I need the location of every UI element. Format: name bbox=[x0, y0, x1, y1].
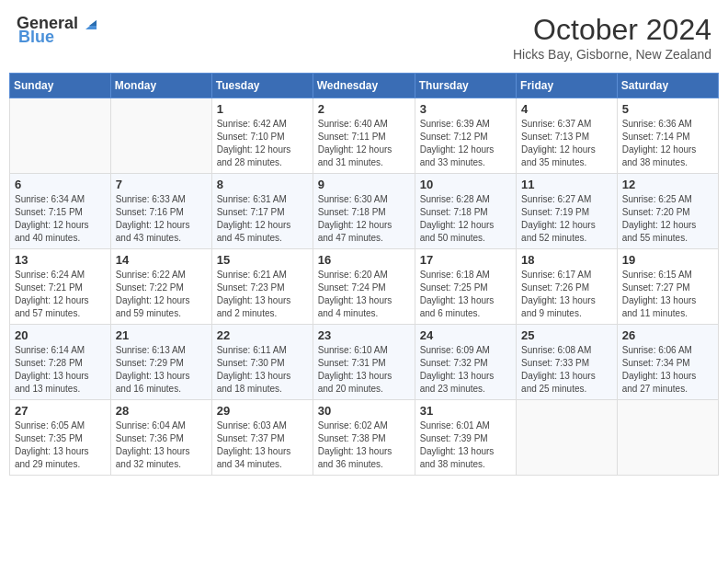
calendar-week-row: 13Sunrise: 6:24 AMSunset: 7:21 PMDayligh… bbox=[10, 249, 719, 325]
day-number: 3 bbox=[420, 102, 511, 116]
day-info: Sunrise: 6:01 AMSunset: 7:39 PMDaylight:… bbox=[420, 419, 511, 471]
title-area: October 2024 Hicks Bay, Gisborne, New Ze… bbox=[513, 13, 711, 62]
calendar-cell: 10Sunrise: 6:28 AMSunset: 7:18 PMDayligh… bbox=[415, 174, 516, 249]
calendar-week-row: 27Sunrise: 6:05 AMSunset: 7:35 PMDayligh… bbox=[10, 400, 719, 476]
calendar-cell: 17Sunrise: 6:18 AMSunset: 7:25 PMDayligh… bbox=[415, 249, 516, 325]
day-info: Sunrise: 6:22 AMSunset: 7:22 PMDaylight:… bbox=[116, 269, 207, 320]
calendar-week-row: 6Sunrise: 6:34 AMSunset: 7:15 PMDaylight… bbox=[10, 174, 719, 249]
day-info: Sunrise: 6:17 AMSunset: 7:26 PMDaylight:… bbox=[521, 269, 612, 320]
calendar-cell: 31Sunrise: 6:01 AMSunset: 7:39 PMDayligh… bbox=[415, 400, 516, 476]
day-info: Sunrise: 6:13 AMSunset: 7:29 PMDaylight:… bbox=[116, 344, 207, 396]
day-info: Sunrise: 6:09 AMSunset: 7:32 PMDaylight:… bbox=[420, 344, 511, 396]
day-info: Sunrise: 6:14 AMSunset: 7:28 PMDaylight:… bbox=[15, 344, 106, 396]
day-number: 31 bbox=[420, 404, 511, 418]
calendar-cell: 26Sunrise: 6:06 AMSunset: 7:34 PMDayligh… bbox=[617, 325, 718, 400]
calendar-cell: 3Sunrise: 6:39 AMSunset: 7:12 PMDaylight… bbox=[415, 98, 516, 174]
day-info: Sunrise: 6:42 AMSunset: 7:10 PMDaylight:… bbox=[217, 118, 308, 169]
calendar-subtitle: Hicks Bay, Gisborne, New Zealand bbox=[513, 47, 711, 62]
day-info: Sunrise: 6:15 AMSunset: 7:27 PMDaylight:… bbox=[622, 269, 713, 320]
calendar-cell: 23Sunrise: 6:10 AMSunset: 7:31 PMDayligh… bbox=[313, 325, 415, 400]
calendar-cell: 24Sunrise: 6:09 AMSunset: 7:32 PMDayligh… bbox=[415, 325, 516, 400]
calendar-cell: 30Sunrise: 6:02 AMSunset: 7:38 PMDayligh… bbox=[313, 400, 415, 476]
day-number: 6 bbox=[15, 178, 106, 191]
day-number: 19 bbox=[622, 253, 713, 267]
calendar-cell: 11Sunrise: 6:27 AMSunset: 7:19 PMDayligh… bbox=[517, 174, 618, 249]
day-number: 14 bbox=[116, 253, 207, 267]
day-number: 30 bbox=[318, 404, 410, 418]
day-info: Sunrise: 6:27 AMSunset: 7:19 PMDaylight:… bbox=[521, 193, 612, 245]
day-info: Sunrise: 6:10 AMSunset: 7:31 PMDaylight:… bbox=[318, 344, 410, 396]
logo-blue-text: Blue bbox=[18, 28, 54, 47]
day-number: 23 bbox=[318, 328, 410, 342]
day-info: Sunrise: 6:34 AMSunset: 7:15 PMDaylight:… bbox=[15, 193, 106, 245]
day-number: 10 bbox=[420, 178, 511, 191]
day-number: 29 bbox=[217, 404, 308, 418]
calendar-week-row: 20Sunrise: 6:14 AMSunset: 7:28 PMDayligh… bbox=[10, 325, 719, 400]
calendar-cell: 22Sunrise: 6:11 AMSunset: 7:30 PMDayligh… bbox=[211, 325, 313, 400]
calendar-cell: 28Sunrise: 6:04 AMSunset: 7:36 PMDayligh… bbox=[110, 400, 211, 476]
calendar-cell: 6Sunrise: 6:34 AMSunset: 7:15 PMDaylight… bbox=[10, 174, 111, 249]
calendar-cell bbox=[617, 400, 718, 476]
column-header-friday: Friday bbox=[517, 74, 618, 98]
day-info: Sunrise: 6:03 AMSunset: 7:37 PMDaylight:… bbox=[217, 419, 308, 471]
day-number: 17 bbox=[420, 253, 511, 267]
day-number: 27 bbox=[15, 404, 106, 418]
day-info: Sunrise: 6:40 AMSunset: 7:11 PMDaylight:… bbox=[318, 118, 410, 169]
calendar-title: October 2024 bbox=[513, 13, 711, 47]
logo-icon bbox=[80, 13, 100, 33]
day-number: 28 bbox=[116, 404, 207, 418]
calendar-cell: 21Sunrise: 6:13 AMSunset: 7:29 PMDayligh… bbox=[110, 325, 211, 400]
calendar-cell: 25Sunrise: 6:08 AMSunset: 7:33 PMDayligh… bbox=[517, 325, 618, 400]
calendar-cell: 2Sunrise: 6:40 AMSunset: 7:11 PMDaylight… bbox=[313, 98, 415, 174]
day-info: Sunrise: 6:28 AMSunset: 7:18 PMDaylight:… bbox=[420, 193, 511, 245]
calendar-cell: 13Sunrise: 6:24 AMSunset: 7:21 PMDayligh… bbox=[10, 249, 111, 325]
column-header-thursday: Thursday bbox=[415, 74, 516, 98]
day-number: 12 bbox=[622, 178, 713, 191]
calendar-cell: 9Sunrise: 6:30 AMSunset: 7:18 PMDaylight… bbox=[313, 174, 415, 249]
column-header-monday: Monday bbox=[110, 74, 211, 98]
day-number: 5 bbox=[622, 102, 713, 116]
day-info: Sunrise: 6:11 AMSunset: 7:30 PMDaylight:… bbox=[217, 344, 308, 396]
day-info: Sunrise: 6:04 AMSunset: 7:36 PMDaylight:… bbox=[116, 419, 207, 471]
day-number: 4 bbox=[521, 102, 612, 116]
calendar-cell: 29Sunrise: 6:03 AMSunset: 7:37 PMDayligh… bbox=[211, 400, 313, 476]
day-info: Sunrise: 6:06 AMSunset: 7:34 PMDaylight:… bbox=[622, 344, 713, 396]
calendar-cell: 15Sunrise: 6:21 AMSunset: 7:23 PMDayligh… bbox=[211, 249, 313, 325]
calendar-cell: 5Sunrise: 6:36 AMSunset: 7:14 PMDaylight… bbox=[617, 98, 718, 174]
day-info: Sunrise: 6:25 AMSunset: 7:20 PMDaylight:… bbox=[622, 193, 713, 245]
day-info: Sunrise: 6:18 AMSunset: 7:25 PMDaylight:… bbox=[420, 269, 511, 320]
calendar-cell: 18Sunrise: 6:17 AMSunset: 7:26 PMDayligh… bbox=[517, 249, 618, 325]
day-number: 24 bbox=[420, 328, 511, 342]
day-number: 22 bbox=[217, 328, 308, 342]
day-number: 25 bbox=[521, 328, 612, 342]
day-info: Sunrise: 6:05 AMSunset: 7:35 PMDaylight:… bbox=[15, 419, 106, 471]
logo: General Blue bbox=[17, 13, 100, 47]
day-info: Sunrise: 6:37 AMSunset: 7:13 PMDaylight:… bbox=[521, 118, 612, 169]
day-info: Sunrise: 6:33 AMSunset: 7:16 PMDaylight:… bbox=[116, 193, 207, 245]
day-number: 13 bbox=[15, 253, 106, 267]
calendar-cell: 27Sunrise: 6:05 AMSunset: 7:35 PMDayligh… bbox=[10, 400, 111, 476]
calendar-cell: 4Sunrise: 6:37 AMSunset: 7:13 PMDaylight… bbox=[517, 98, 618, 174]
day-number: 20 bbox=[15, 328, 106, 342]
calendar-cell: 1Sunrise: 6:42 AMSunset: 7:10 PMDaylight… bbox=[211, 98, 313, 174]
calendar-cell: 16Sunrise: 6:20 AMSunset: 7:24 PMDayligh… bbox=[313, 249, 415, 325]
column-header-saturday: Saturday bbox=[617, 74, 718, 98]
day-number: 1 bbox=[217, 102, 308, 116]
column-header-tuesday: Tuesday bbox=[211, 74, 313, 98]
svg-marker-1 bbox=[89, 20, 97, 26]
day-number: 9 bbox=[318, 178, 410, 191]
day-number: 16 bbox=[318, 253, 410, 267]
calendar-cell: 19Sunrise: 6:15 AMSunset: 7:27 PMDayligh… bbox=[617, 249, 718, 325]
column-header-wednesday: Wednesday bbox=[313, 74, 415, 98]
page-header: General Blue October 2024 Hicks Bay, Gis… bbox=[9, 9, 719, 65]
calendar-week-row: 1Sunrise: 6:42 AMSunset: 7:10 PMDaylight… bbox=[10, 98, 719, 174]
calendar-table: SundayMondayTuesdayWednesdayThursdayFrid… bbox=[9, 73, 719, 476]
calendar-header-row: SundayMondayTuesdayWednesdayThursdayFrid… bbox=[10, 74, 719, 98]
calendar-cell: 14Sunrise: 6:22 AMSunset: 7:22 PMDayligh… bbox=[110, 249, 211, 325]
day-info: Sunrise: 6:36 AMSunset: 7:14 PMDaylight:… bbox=[622, 118, 713, 169]
day-number: 18 bbox=[521, 253, 612, 267]
day-number: 7 bbox=[116, 178, 207, 191]
day-info: Sunrise: 6:02 AMSunset: 7:38 PMDaylight:… bbox=[318, 419, 410, 471]
calendar-cell: 12Sunrise: 6:25 AMSunset: 7:20 PMDayligh… bbox=[617, 174, 718, 249]
calendar-cell bbox=[10, 98, 111, 174]
